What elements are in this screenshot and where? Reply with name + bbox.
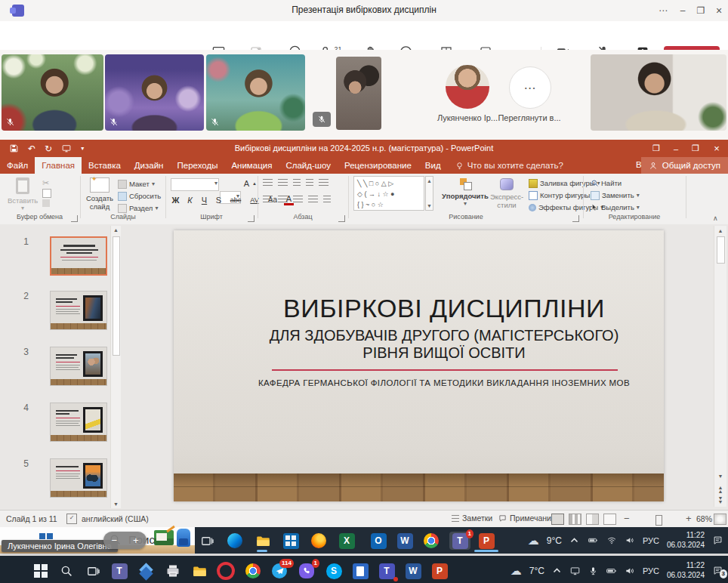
ppt-minimize-button[interactable]: – [666,140,686,157]
align-left-button[interactable] [263,196,273,204]
tab-slideshow[interactable]: Слайд-шоу [279,157,338,174]
shapes-scroll-down-icon[interactable]: ▼ [427,203,432,208]
slide-thumbnail-1[interactable] [50,236,107,276]
powerpoint-icon-local[interactable]: P [430,562,449,580]
clock-local[interactable]: 11:22 06.03.2024 [667,561,705,580]
store-icon[interactable] [282,532,300,550]
replace-button[interactable]: Заменить ▾ [591,190,640,200]
layered-app-icon[interactable] [137,562,156,580]
share-document-button[interactable]: Общий доступ [641,157,728,174]
opera-icon[interactable] [217,562,235,580]
taskview-icon[interactable] [198,532,216,550]
tab-file[interactable]: Файл [0,157,35,174]
canvas-scroll-up-icon[interactable]: ▲ [714,228,726,233]
window-restore-button[interactable]: ❐ [692,0,710,20]
clipboard-dialog-launcher[interactable] [71,215,78,222]
increase-indent-button[interactable] [306,179,313,187]
slide-thumbnail-5[interactable] [50,458,107,498]
book-shortcut-icon[interactable] [154,530,174,545]
slideshow-view-button[interactable] [603,514,616,525]
thumb-scroll-thumb[interactable] [113,236,120,356]
window-close-button[interactable]: × [710,0,728,20]
weather-cloud-icon[interactable]: ☁ [528,534,539,548]
spellcheck-icon[interactable]: ✓ [66,514,77,524]
teams-icon-local-2[interactable]: T [378,562,396,580]
participant-video-1[interactable] [2,54,103,131]
previous-slide-button[interactable]: ▲▲ [714,486,726,493]
word-icon-local[interactable]: W [404,562,422,580]
strikethrough-button[interactable]: abc [228,196,243,204]
font-name-combo[interactable] [171,178,219,191]
new-slide-button[interactable]: ✦ Создать слайд [85,177,115,211]
participant-video-4[interactable] [336,57,381,130]
view-more-participants-button[interactable]: ⋯ [509,66,551,109]
firefox-icon[interactable] [310,532,328,550]
edge-icon[interactable] [226,532,244,550]
line-spacing-button[interactable] [319,179,329,187]
ppt-close-button[interactable]: × [707,140,726,157]
section-button[interactable]: Раздел ▾ [118,203,158,213]
tab-review[interactable]: Рецензирование [338,157,418,174]
next-slide-button[interactable]: ▼▼ [714,496,726,504]
language-indicator-local[interactable]: РУС [643,566,659,575]
participant-video-2[interactable] [105,54,204,131]
collapse-ribbon-icon[interactable]: ∧ [713,214,718,222]
ribbon-display-options-icon[interactable]: ❐ [646,140,666,157]
participant-video-5[interactable] [591,54,726,131]
shapes-scroll-up-icon[interactable]: ▲ [427,178,432,184]
grow-font-button[interactable]: А▲ [242,178,257,188]
zoom-out-pill-button[interactable]: − [111,535,117,546]
normal-view-button[interactable] [551,514,564,525]
format-painter-button[interactable] [42,199,50,207]
bold-button[interactable]: Ж [171,196,180,205]
skype-icon[interactable]: S [325,562,343,580]
excel-icon[interactable]: X [338,532,356,550]
zoom-out-button[interactable]: − [624,513,630,524]
clock[interactable]: 11:22 06.03.2024 [667,531,705,550]
font-dialog-launcher[interactable] [248,215,254,222]
calculator-icon[interactable] [351,562,369,580]
canvas-scroll-down-icon[interactable]: ▼ [714,473,726,479]
select-button[interactable]: Выделить ▾ [591,202,640,212]
shape-fill-button[interactable]: Заливка фигуры ▾ [529,178,600,188]
text-shadow-button[interactable]: S [214,196,224,205]
arrange-button[interactable]: Упорядочить ▾ [441,178,489,207]
taskview-icon-local[interactable] [84,562,102,580]
paste-button[interactable]: Вставить ▾ [8,177,38,211]
layout-button[interactable]: Макет ▾ [118,179,155,189]
tab-animations[interactable]: Анимация [224,157,279,174]
canvas-scroll-thumb[interactable] [717,236,725,264]
chrome-icon-local[interactable] [244,562,262,580]
battery-icon[interactable] [587,535,599,545]
participant-video-3[interactable] [206,54,305,131]
numbering-button[interactable] [278,179,288,187]
paragraph-dialog-launcher[interactable] [338,215,345,222]
underline-button[interactable]: Ч [199,196,209,205]
file-explorer-icon[interactable] [254,532,272,550]
slide-thumbnail-2[interactable] [50,291,107,330]
tell-me-box[interactable]: Что вы хотите сделать? [448,157,570,174]
thumbnail-scrollbar[interactable]: ▲ ▼ [110,226,121,508]
ppt-restore-button[interactable]: ❐ [686,140,705,157]
backpack-shortcut-icon[interactable] [177,529,190,547]
tab-design[interactable]: Дизайн [128,157,171,174]
slide-thumbnail-3[interactable] [50,347,107,386]
file-explorer-icon-local[interactable] [190,562,208,580]
zoom-in-button[interactable]: + [686,513,692,524]
telegram-icon[interactable]: 114 [270,562,288,580]
quick-styles-button[interactable]: Экспресс- стили [489,178,524,209]
outlook-icon[interactable]: O [369,532,387,550]
zoom-slider-thumb[interactable] [656,515,662,526]
word-icon[interactable]: W [396,532,414,550]
cut-button[interactable]: ✂ [42,178,49,188]
slide-canvas[interactable]: ВИБІРКОВІ ДИСЦИПЛІНИ ДЛЯ ЗДОБУВАЧІВ ДРУГ… [174,230,664,501]
powerpoint-icon-shared[interactable]: P [477,532,495,550]
shapes-gallery-scroll[interactable]: ▲ ▼ [425,176,433,211]
language-status[interactable]: английский (США) [82,514,149,523]
wifi-icon[interactable] [606,535,617,545]
volume-icon-local[interactable] [625,566,635,576]
participant-avatar[interactable] [446,65,489,109]
start-button-local[interactable] [32,562,50,580]
chrome-icon[interactable] [422,532,440,550]
tab-insert[interactable]: Вставка [82,157,128,174]
